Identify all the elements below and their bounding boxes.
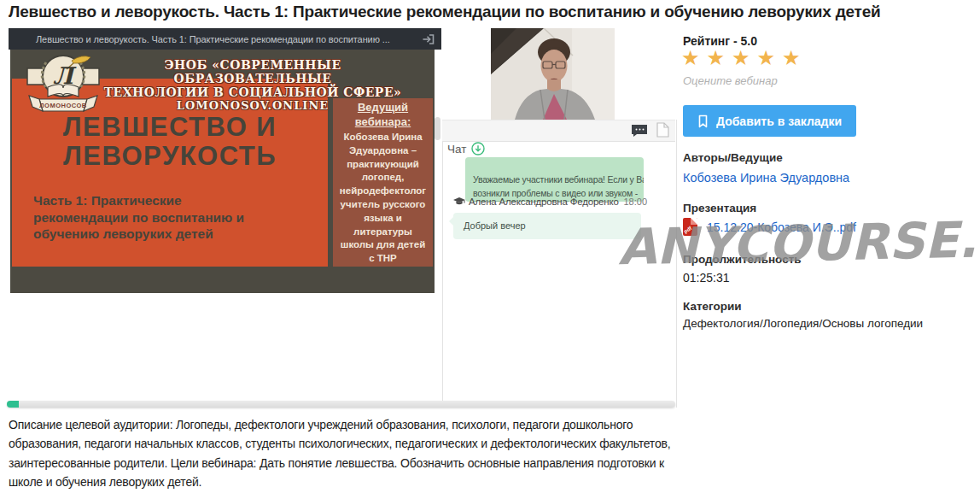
- star-icon[interactable]: ★: [782, 46, 808, 69]
- author-link[interactable]: Кобозева Ирина Эдуардовна: [683, 171, 849, 185]
- webinar-description: Описание целевой аудитории: Логопеды, де…: [9, 415, 691, 492]
- rating-stars: ★★★★★: [681, 46, 808, 70]
- presentation-slide: ЭНОБ «СОВРЕМЕННЫЕ ОБРАЗОВАТЕЛЬНЫЕ ТЕХНОЛ…: [10, 50, 435, 293]
- slide-subtitle-line-3: обучению леворуких детей: [33, 226, 315, 243]
- chat-announcement-bubble: Уважаемые участники вебинара! Если у Вас…: [465, 157, 644, 202]
- chat-message-bubble: Добрый вечер: [453, 213, 641, 239]
- slide-subtitle-line-2: рекомендации по воспитанию и: [33, 209, 315, 226]
- expand-exit-icon[interactable]: [422, 32, 435, 46]
- bookmark-icon: [697, 114, 709, 128]
- chat-message-meta: Алена Александровна Федоренко 18:00: [453, 197, 647, 207]
- slide-title-line-2: ЛЕВОРУКОСТЬ: [12, 142, 328, 171]
- document-icon[interactable]: [656, 122, 669, 138]
- webinar-page: Левшество и леворукость. Часть 1: Практи…: [0, 0, 980, 493]
- authors-label: Авторы/Ведущие: [683, 151, 783, 164]
- lomonosov-logo: Л ЛОМОНОСОВ: [20, 52, 106, 114]
- slide-title-line-1: ЛЕВШЕСТВО И: [12, 113, 328, 142]
- slide-presenter-block: Ведущий вебинара: Кобозева Ирина Эдуардо…: [333, 101, 433, 266]
- pdf-badge-text: pdf: [683, 226, 692, 234]
- logo-banner-text: ЛОМОНОСОВ: [39, 102, 86, 109]
- pdf-file-link[interactable]: 15.12.20-Кобозева И.Э..pdf: [707, 220, 856, 234]
- slide-subtitle-line-1: Часть 1: Практические: [33, 192, 315, 209]
- presentation-label: Презентация: [683, 202, 756, 214]
- star-icon[interactable]: ★: [707, 46, 732, 69]
- chat-toolbar: [442, 120, 675, 142]
- viewer-scrollbar-thumb[interactable]: [435, 117, 440, 140]
- categories-value: Дефектология/Логопедия/Основы логопедии: [683, 317, 923, 330]
- duration-value: 01:25:31: [683, 271, 730, 285]
- progress-played-segment: [7, 401, 19, 408]
- scroll-to-bottom-icon[interactable]: [471, 142, 485, 156]
- chat-message-text: Добрый вечер: [453, 213, 641, 231]
- page-title: Левшество и леворукость. Часть 1: Практи…: [9, 3, 973, 21]
- star-icon[interactable]: ★: [757, 46, 783, 69]
- star-icon[interactable]: ★: [732, 46, 757, 69]
- star-icon[interactable]: ★: [681, 46, 707, 69]
- chat-announcement-text: Уважаемые участники вебинара! Если у Вас…: [465, 157, 644, 200]
- slide-viewer-header: Левшество и леворукость. Часть 1: Практи…: [9, 28, 441, 50]
- pdf-file-icon: pdf: [683, 218, 697, 236]
- chat-sender-name: Алена Александровна Федоренко: [469, 197, 623, 207]
- slide-org-header: ЭНОБ «СОВРЕМЕННЫЕ ОБРАЗОВАТЕЛЬНЫЕ ТЕХНОЛ…: [84, 58, 422, 112]
- duration-label: Продолжительность: [683, 253, 802, 266]
- chat-label-text: Чат: [447, 143, 466, 156]
- chat-message-time: 18:00: [623, 197, 647, 207]
- slide-title: ЛЕВШЕСТВО И ЛЕВОРУКОСТЬ: [12, 113, 328, 171]
- rate-webinar-hint: Оцените вебинар: [683, 74, 778, 87]
- chat-header: Чат: [447, 142, 485, 156]
- slide-subtitle: Часть 1: Практические рекомендации по во…: [33, 192, 315, 243]
- add-bookmark-label: Добавить в закладки: [716, 114, 842, 128]
- add-bookmark-button[interactable]: Добавить в закладки: [683, 105, 856, 137]
- presentation-file-row[interactable]: pdf 15.12.20-Кобозева И.Э..pdf: [683, 218, 856, 236]
- video-progress-bar[interactable]: [7, 401, 675, 408]
- categories-label: Категории: [683, 300, 742, 313]
- slide-viewer-title: Левшество и леворукость. Часть 1: Практи…: [9, 34, 422, 44]
- graduation-cap-icon: [453, 197, 465, 207]
- presenter-description: Кобозева Ирина Эдуардовна – практикующий…: [338, 131, 428, 266]
- chat-bubble-icon[interactable]: [631, 124, 648, 138]
- announcement-line-1: Уважаемые участники вебинара! Если у Вас: [473, 173, 637, 187]
- org-line-1: ЭНОБ «СОВРЕМЕННЫЕ ОБРАЗОВАТЕЛЬНЫЕ: [84, 58, 422, 85]
- org-line-3: LOMONOSOV.ONLINE: [84, 99, 422, 112]
- org-line-2: ТЕХНОЛОГИИ В СОЦИАЛЬНОЙ СФЕРЕ»: [84, 85, 422, 99]
- webcam-video[interactable]: [491, 28, 615, 120]
